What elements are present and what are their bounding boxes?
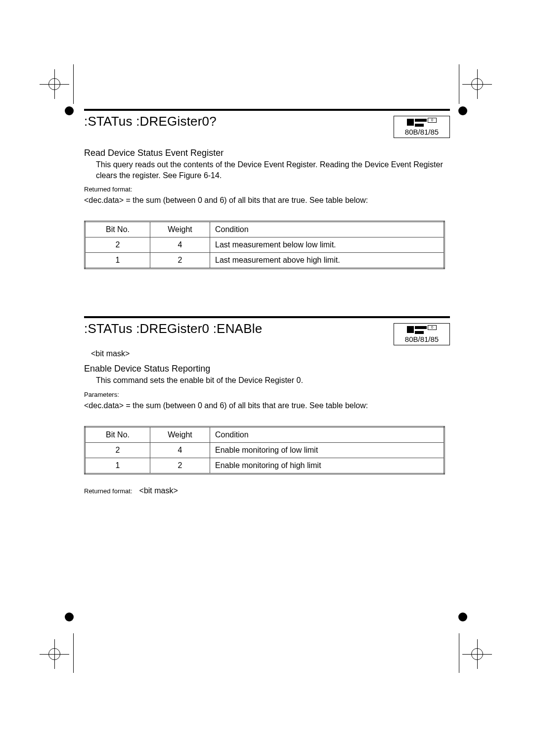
subheading: Read Device Status Event Register xyxy=(84,148,450,158)
bit-table: Bit No. Weight Condition 2 4 Enable moni… xyxy=(84,426,445,474)
description-text: This command sets the enable bit of the … xyxy=(96,375,450,386)
table-header-row: Bit No. Weight Condition xyxy=(85,426,445,442)
crop-dot-icon xyxy=(65,106,74,115)
table-cell: Enable monitoring of high limit xyxy=(210,458,445,473)
section-title: :STATus :DREGister0 :ENABle xyxy=(84,321,262,336)
argument-text: <bit mask> xyxy=(91,348,450,359)
table-row: 1 2 Enable monitoring of high limit xyxy=(85,458,445,473)
device-icon: 0 xyxy=(397,325,446,334)
table-cell: 2 xyxy=(85,442,150,458)
device-applicability-box: 0 80B/81/85 xyxy=(394,116,450,138)
table-row: 2 4 Last measurement below low limit. xyxy=(85,237,445,252)
section-divider xyxy=(84,109,450,111)
table-header: Condition xyxy=(210,221,445,237)
crop-dot-icon xyxy=(458,106,467,115)
crop-mark-icon xyxy=(40,69,69,99)
device-label: 80B/81/85 xyxy=(397,128,446,136)
table-cell: 1 xyxy=(85,458,150,473)
crop-mark-icon xyxy=(462,639,492,669)
table-header: Weight xyxy=(150,221,210,237)
table-cell: 2 xyxy=(150,252,210,268)
parameters-label: Parameters: xyxy=(84,391,450,398)
crop-mark-icon xyxy=(40,639,69,669)
bit-table: Bit No. Weight Condition 2 4 Last measur… xyxy=(84,221,445,269)
parameters-text: <dec.data> = the sum (between 0 and 6) o… xyxy=(84,400,450,411)
returned-format-label: Returned format: xyxy=(84,186,450,193)
crop-line-icon xyxy=(73,633,74,673)
crop-line-icon xyxy=(459,64,459,104)
table-header: Condition xyxy=(210,426,445,442)
table-cell: 4 xyxy=(150,442,210,458)
device-icon: 0 xyxy=(397,118,446,127)
table-row: 1 2 Last measurement above high limit. xyxy=(85,252,445,268)
device-applicability-box: 0 80B/81/85 xyxy=(394,323,450,345)
crop-dot-icon xyxy=(65,613,74,621)
table-header: Bit No. xyxy=(85,426,150,442)
table-cell: Enable monitoring of low limit xyxy=(210,442,445,458)
crop-dot-icon xyxy=(458,613,467,621)
table-cell: 2 xyxy=(85,237,150,252)
device-label: 80B/81/85 xyxy=(397,335,446,343)
table-cell: 2 xyxy=(150,458,210,473)
table-row: 2 4 Enable monitoring of low limit xyxy=(85,442,445,458)
subheading: Enable Device Status Reporting xyxy=(84,364,450,374)
table-cell: Last measurement below low limit. xyxy=(210,237,445,252)
table-cell: 1 xyxy=(85,252,150,268)
table-header: Weight xyxy=(150,426,210,442)
returned-format-label: Returned format: xyxy=(84,487,133,495)
section-title: :STATus :DREGister0? xyxy=(84,114,217,129)
crop-mark-icon xyxy=(462,69,492,99)
returned-format-text: <bit mask> xyxy=(139,485,178,496)
crop-line-icon xyxy=(73,64,74,104)
crop-line-icon xyxy=(459,633,459,673)
table-header: Bit No. xyxy=(85,221,150,237)
table-cell: Last measurement above high limit. xyxy=(210,252,445,268)
table-header-row: Bit No. Weight Condition xyxy=(85,221,445,237)
returned-format-text: <dec.data> = the sum (between 0 and 6) o… xyxy=(84,195,450,206)
section-divider xyxy=(84,316,450,318)
table-cell: 4 xyxy=(150,237,210,252)
description-text: This query reads out the contents of the… xyxy=(96,159,450,181)
